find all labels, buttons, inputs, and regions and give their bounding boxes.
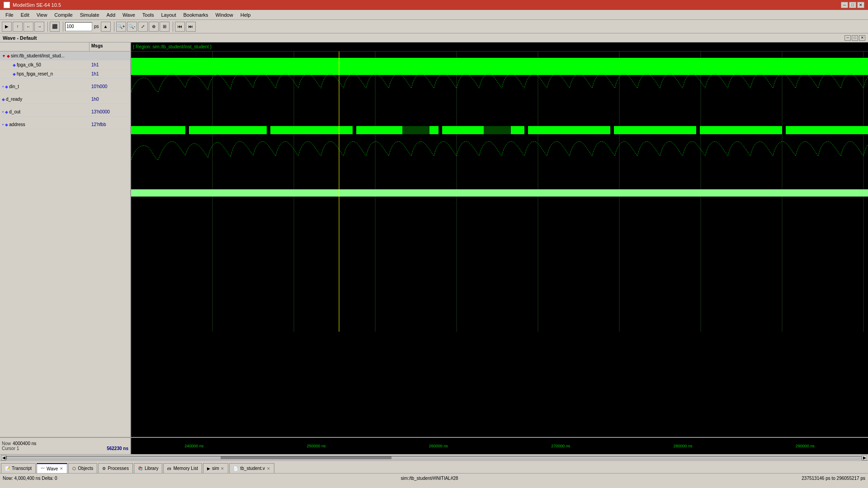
svg-rect-22 (402, 126, 429, 134)
zoom-in2-button[interactable]: ⊞ (160, 22, 170, 32)
status-range: 237513146 ps to 296055217 ps (802, 476, 865, 481)
signal-row-reset[interactable]: ◆ hps_fpga_reset_n 1h1 (0, 70, 130, 79)
svg-rect-15 (353, 126, 356, 134)
signal-row-din[interactable]: + ◆ din_t 10'h000 (0, 82, 130, 91)
zoom-in-button[interactable]: 🔍+ (116, 22, 126, 32)
signal-group-value (90, 55, 130, 57)
app-icon: M (4, 2, 10, 8)
now-value: 4000400 ns (13, 441, 36, 446)
signal-reset-name: ◆ hps_fpga_reset_n (4, 70, 90, 77)
scrollbar-track[interactable] (6, 456, 862, 460)
group-collapse-icon[interactable]: ▼ (2, 54, 6, 58)
signal-clk-name: ◆ fpga_clk_50 (4, 61, 90, 68)
signal-address-expand-icon[interactable]: + (2, 122, 4, 127)
time-mark-3: 270000 ns (551, 444, 570, 448)
menu-item-simulate[interactable]: Simulate (76, 11, 103, 19)
menu-item-file[interactable]: File (2, 11, 17, 19)
group-icon: ◆ (7, 54, 10, 58)
cursor-label: Cursor 1 (2, 446, 19, 451)
wave-maximize-button[interactable]: □ (852, 35, 858, 41)
signal-row-dout[interactable]: + ◆ d_out 13'h0000 (0, 108, 130, 117)
menu-item-tools[interactable]: Tools (139, 11, 158, 19)
signal-list: ▼ ◆ sim:/tb_student/inst_stud... ◆ fpga_… (0, 52, 130, 437)
menu-item-bookmarks[interactable]: Bookmarks (180, 11, 212, 19)
wave-minimize-button[interactable]: ─ (844, 35, 851, 41)
menu-item-wave[interactable]: Wave (119, 11, 139, 19)
signal-dready-icon: ◆ (2, 97, 5, 102)
app-title: ModelSim SE-64 10.5 (13, 2, 61, 8)
signal-panel: Msgs ▼ ◆ sim:/tb_student/inst_stud... ◆ (0, 42, 131, 437)
tab-objects[interactable]: ⬡ Objects (68, 463, 97, 473)
tab-memory-list[interactable]: 🗃 Memory List (163, 463, 202, 473)
now-label: Now (2, 441, 11, 446)
menu-item-compile[interactable]: Compile (51, 11, 76, 19)
signal-row-clk[interactable]: ◆ fpga_clk_50 1h1 (0, 61, 130, 70)
sim-run-button[interactable]: ▶ (2, 22, 12, 32)
menu-item-add[interactable]: Add (103, 11, 119, 19)
signal-address-icon: ◆ (5, 122, 8, 127)
tab-wave[interactable]: 〰 Wave ✕ (37, 463, 67, 473)
cursor-prev-button[interactable]: ⏮ (175, 22, 185, 32)
tb-btn-4[interactable]: → (34, 22, 44, 32)
menu-item-view[interactable]: View (33, 11, 51, 19)
cursor-next-button[interactable]: ⏭ (186, 22, 196, 32)
bottom-panel: Now 4000400 ns Cursor 1 562230 ns 240000… (0, 437, 868, 454)
menu-item-edit[interactable]: Edit (17, 11, 33, 19)
scroll-left-button[interactable]: ◀ (1, 455, 6, 460)
title-bar: M ModelSim SE-64 10.5 ─ □ ✕ (0, 0, 868, 10)
svg-rect-14 (267, 126, 270, 134)
scroll-right-button[interactable]: ▶ (862, 455, 867, 460)
horizontal-scrollbar[interactable]: ◀ ▶ (0, 454, 868, 460)
tab-memory-icon: 🗃 (167, 466, 171, 471)
tab-library[interactable]: 📚 Library (134, 463, 163, 473)
zoom-out-button[interactable]: 🔍- (127, 22, 137, 32)
signal-group-row[interactable]: ▼ ◆ sim:/tb_student/inst_stud... (0, 52, 130, 61)
tab-file[interactable]: 📄 tb_student.v ✕ (229, 463, 274, 473)
tb-btn-3[interactable]: ← (24, 22, 33, 32)
tab-wave-label: Wave (47, 466, 58, 471)
time-mark-4: 280000 ns (673, 444, 692, 448)
tab-file-close[interactable]: ✕ (267, 466, 270, 471)
scrollbar-thumb[interactable] (221, 456, 392, 459)
zoom-cursor-button[interactable]: ⊕ (149, 22, 159, 32)
signal-din-expand-icon[interactable]: + (2, 84, 4, 89)
maximize-button[interactable]: □ (849, 2, 856, 8)
signal-dout-value: 13'h0000 (90, 108, 130, 115)
signal-row-address[interactable]: + ◆ address 12'hfbb (0, 120, 130, 129)
signal-row-dready[interactable]: ◆ d_ready 1h0 (0, 95, 130, 104)
svg-rect-18 (610, 126, 614, 134)
menu-item-layout[interactable]: Layout (158, 11, 180, 19)
tab-wave-close[interactable]: ✕ (60, 466, 63, 471)
menu-item-help[interactable]: Help (237, 11, 255, 19)
signal-address-value: 12'hfbb (90, 121, 130, 128)
tb-btn-2[interactable]: ↑ (13, 22, 23, 32)
wave-window-title: Wave - Default (3, 35, 37, 41)
waveform-canvas[interactable] (131, 52, 868, 437)
tab-processes-icon: ⚙ (102, 466, 106, 471)
cursor-value: 562230 ns (107, 446, 128, 451)
signal-dready-name: ◆ d_ready (0, 96, 90, 103)
tab-processes[interactable]: ⚙ Processes (98, 463, 133, 473)
svg-rect-13 (185, 126, 189, 134)
zoom-full-button[interactable]: ⤢ (138, 22, 148, 32)
tab-file-label: tb_student.v (240, 466, 264, 471)
tab-sim-close[interactable]: ✕ (221, 466, 224, 471)
tab-sim[interactable]: ▶ sim ✕ (203, 463, 229, 473)
tab-transcript[interactable]: 📝 Transcript (1, 463, 36, 473)
signal-spacer4 (0, 117, 130, 120)
tab-objects-icon: ⬡ (72, 466, 76, 471)
time-input[interactable]: 100 (65, 22, 92, 31)
time-ruler: 240000 ns 250000 ns 260000 ns 270000 ns … (131, 438, 868, 454)
wave-close-button[interactable]: ✕ (859, 35, 865, 41)
menu-item-window[interactable]: Window (212, 11, 237, 19)
waveform-area[interactable]: { Region: sim:/tb_student/inst_student } (131, 42, 868, 437)
signal-msgs-col-header: Msgs (90, 42, 130, 51)
signal-spacer2 (0, 91, 130, 95)
minimize-button[interactable]: ─ (841, 2, 848, 8)
signal-dout-expand-icon[interactable]: + (2, 110, 4, 114)
signal-clk-icon: ◆ (13, 63, 16, 67)
time-up-button[interactable]: ▲ (101, 22, 111, 32)
close-button[interactable]: ✕ (857, 2, 864, 8)
signal-spacer (0, 79, 130, 82)
tb-btn-5[interactable]: ⬛ (50, 22, 60, 32)
